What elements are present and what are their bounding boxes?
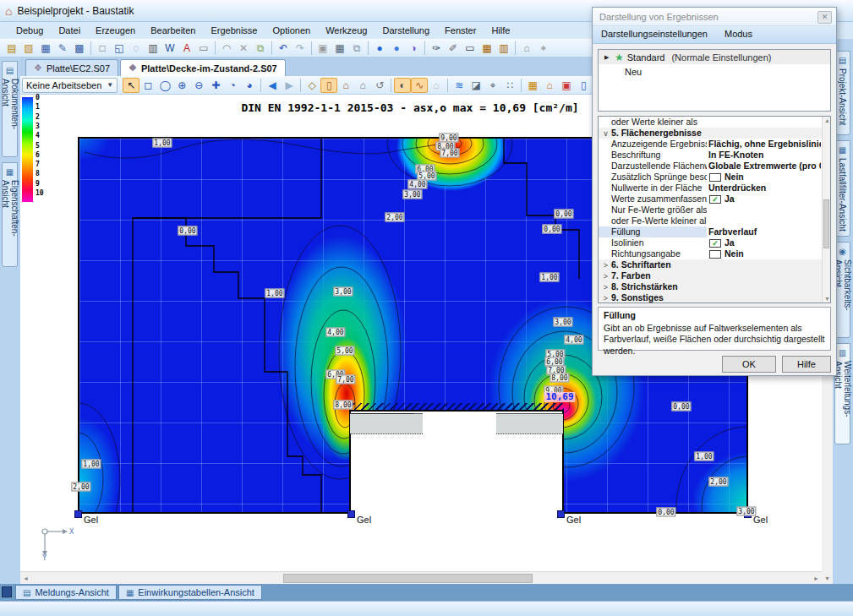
zoom-out-icon[interactable]: ⊖ [190,78,207,93]
ok-button[interactable]: OK [722,356,776,373]
hscroll-thumb[interactable] [283,574,533,583]
window-plate-icon[interactable]: ▣ [558,78,575,93]
dialog-menu-modus[interactable]: Modus [716,26,761,43]
render-sphere-icon[interactable]: ● [371,41,388,56]
redo-icon[interactable]: ↷ [292,41,309,56]
scroll-down-icon[interactable]: ▼ [824,575,830,581]
scroll-up-icon[interactable]: ▲ [824,117,830,123]
chevron-collapsed-icon[interactable]: > [600,260,611,270]
lasso-select-icon[interactable]: ◠ [218,41,235,56]
property-row-isolinien[interactable]: Isolinien✓Ja [599,237,830,248]
property-row-6-schriftarten[interactable]: >6. Schriftarten [599,259,830,270]
target-icon[interactable]: ⌖ [535,41,552,56]
save-as-icon[interactable]: ✎ [54,41,71,56]
hoist-icon[interactable]: ⌂ [518,41,535,56]
view-3d-icon[interactable]: ◇ [303,78,320,93]
copy-icon[interactable]: ⧉ [252,41,269,56]
property-row-5-fl-chenergebnisse[interactable]: ∨5. Flächenergebnisse [599,128,830,139]
ink-tool-icon[interactable]: ✑ [428,41,445,56]
dimensions-icon[interactable]: ∷ [501,78,518,93]
bottom-tab-einwirkungstabellen-ansicht[interactable]: ▦Einwirkungstabellen-Ansicht [118,585,262,600]
window-arrange-icon[interactable]: ⧉ [348,41,365,56]
catalog-icon[interactable]: ▦ [331,41,348,56]
property-row-nullwerte-in-der-fl-che[interactable]: Nullwerte in der FlächeUnterdrücken [599,183,830,194]
doc-tab-platte-ec2-s07[interactable]: ❖Platte\EC2.S07 [25,59,118,76]
property-value[interactable]: Unterdrücken [707,183,821,194]
select-icon[interactable]: ↖ [123,78,139,93]
results-table-icon[interactable]: ▦ [478,41,495,56]
rotate-view-icon[interactable]: ◑ [405,41,422,56]
menu-hilfe[interactable]: Hilfe [484,24,517,37]
save-all-icon[interactable]: ▩ [71,41,88,56]
checkbox-unchecked-icon[interactable] [709,173,721,182]
property-row-darzustellende-fl-chenwerte[interactable]: Darzustellende FlächenwerteGlobale Extre… [599,161,830,172]
property-row-7-farben[interactable]: >7. Farben [599,270,830,281]
horizontal-scrollbar[interactable]: ◄ ► [20,571,822,584]
sidebar-tab-eigenschaften-ansicht[interactable]: ▦Eigenschaften-Ansicht [2,162,18,267]
property-row-zus-tzlich-spr-nge-beschrift[interactable]: Zusätzlich Sprünge beschriftNein [599,172,830,183]
property-value[interactable]: Flächig, ohne Ergebnislinien [707,139,821,150]
save-icon[interactable]: ▦ [37,41,54,56]
export-word-icon[interactable]: W [161,41,178,56]
open-icon[interactable]: ▧ [20,41,37,56]
house-small-icon[interactable]: ⌂ [428,78,445,93]
tree-expander-icon[interactable]: ▶ [604,54,611,61]
view-forward-icon[interactable]: ▶ [281,78,298,93]
load-waves-icon[interactable]: ≋ [451,78,468,93]
menu-ergebnisse[interactable]: Ergebnisse [203,24,265,37]
zoom-window-icon[interactable]: ◻ [139,78,156,93]
property-value[interactable] [707,215,821,226]
document-search-icon[interactable]: ◌ [128,41,145,56]
tree-item-neu[interactable]: Neu [599,64,830,79]
property-row-beschriftung[interactable]: BeschriftungIn FE-Knoten [599,150,830,161]
sidebar-tab-dokumenten-ansicht[interactable]: ▤Dokumenten-Ansicht [2,61,18,157]
document-preview-icon[interactable]: ◱ [111,41,128,56]
property-value[interactable]: In FE-Knoten [707,150,821,161]
render-search-icon[interactable]: ● [388,41,405,56]
menu-fenster[interactable]: Fenster [437,24,484,37]
view-home-icon[interactable]: ⌂ [337,78,354,93]
help-button[interactable]: Hilfe [782,356,831,373]
workplane-dropdown[interactable]: Keine Arbeitseben ▼ [22,78,118,93]
property-grid-scrollbar[interactable]: ▲▼ [822,117,830,303]
property-value[interactable] [707,117,821,128]
property-row-anzuzeigende-ergebnisse[interactable]: Anzuzeigende ErgebnisseFlächig, ohne Erg… [599,139,830,150]
scroll-right-icon[interactable]: ► [813,575,819,581]
menu-optionen[interactable]: Optionen [265,24,318,37]
delete-icon[interactable]: ✕ [235,41,252,56]
menu-datei[interactable]: Datei [51,24,88,37]
pen-tool-icon[interactable]: ✐ [445,41,462,56]
property-value[interactable]: Farbverlauf [707,226,821,237]
property-row-8-strichst-rken[interactable]: >8. Strichstärken [599,281,830,292]
close-icon[interactable]: ✕ [817,11,832,24]
pan-icon[interactable]: ✚ [207,78,224,93]
menu-darstellung[interactable]: Darstellung [375,24,437,37]
print-icon[interactable]: ▥ [145,41,161,56]
menu-werkzeug[interactable]: Werkzeug [318,24,375,37]
pg-scroll-thumb[interactable] [823,199,829,248]
property-row-oder-fe-werte-kleiner-als[interactable]: oder Fe-Werte kleiner als [599,215,830,226]
result-curve-icon[interactable]: ∿ [411,78,428,93]
menu-erzeugen[interactable]: Erzeugen [88,24,143,37]
chevron-collapsed-icon[interactable]: > [600,271,611,281]
property-row-9-sonstiges[interactable]: >9. Sonstiges [599,292,830,303]
chevron-expanded-icon[interactable]: ∨ [600,128,611,139]
view-front-icon[interactable]: ▯ [320,78,337,93]
property-value[interactable] [707,204,821,215]
view-iso-icon[interactable]: ⌂ [354,78,371,93]
property-value[interactable]: Globale Extremwerte (pro Gr [707,161,821,172]
scroll-left-icon[interactable]: ◄ [23,575,29,581]
new-document-icon[interactable]: □ [94,41,111,56]
window-home-icon[interactable]: ⌂ [541,78,558,93]
checkbox-checked-icon[interactable]: ✓ [709,195,721,204]
window-door-icon[interactable]: ▯ [575,78,592,93]
chevron-collapsed-icon[interactable]: > [600,282,611,292]
property-value[interactable]: Nein [707,172,821,183]
chevron-collapsed-icon[interactable]: > [600,293,611,303]
property-row-richtungsangabe[interactable]: RichtungsangabeNein [599,248,830,259]
export-pdf-icon[interactable]: A [178,41,195,56]
monitor-icon[interactable]: ▭ [462,41,478,56]
property-value[interactable]: ✓Ja [707,194,821,204]
zoom-next-icon[interactable]: ◕ [241,78,258,93]
insert-model-icon[interactable]: ▣ [314,41,331,56]
